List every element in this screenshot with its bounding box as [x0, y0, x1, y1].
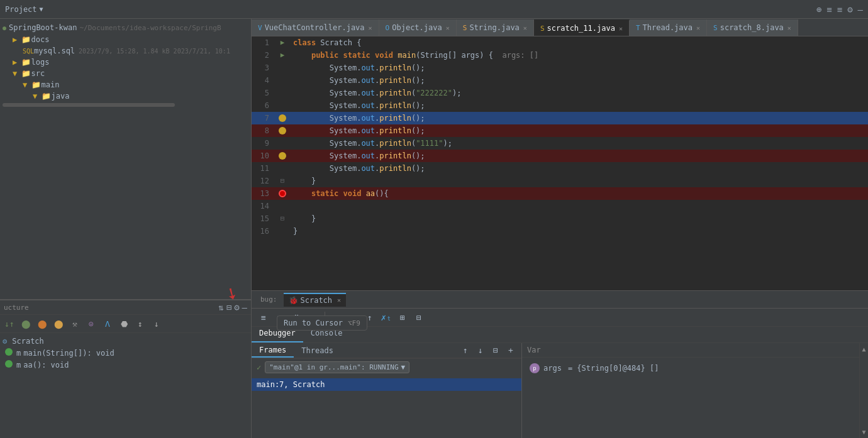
line-code-2: public static void main(String[] args) {…	[291, 49, 868, 62]
tab-vuechat[interactable]: V VueChatController.java ✕	[252, 19, 379, 36]
line-gutter-15[interactable]: ⊟	[274, 212, 291, 225]
code-line-3: 3 System.out.println();	[252, 62, 868, 74]
tooltip-popup: Run to Cursor ⌥F9	[277, 315, 367, 331]
tb-btn-10[interactable]: ↓	[150, 317, 164, 331]
settings-icon[interactable]: ⚙	[847, 4, 852, 14]
struct-class-scratch[interactable]: ⚙ Scratch	[0, 336, 251, 347]
line-gutter-1[interactable]: ▶	[274, 36, 291, 49]
folder5-icon: ▼ 📁	[33, 92, 51, 101]
layout-icon[interactable]: ≡	[826, 4, 832, 14]
line-gutter-5	[274, 87, 291, 99]
code-line-13: 13 static void aa(){	[252, 187, 868, 200]
frame-item-main7[interactable]: main:7, Scratch	[252, 378, 521, 391]
line-gutter-2[interactable]: ▶	[274, 49, 291, 62]
tb-btn-1[interactable]: ↓↑	[3, 317, 16, 331]
tab-close-scratch11[interactable]: ✕	[619, 25, 623, 32]
tab-scratch8[interactable]: S scratch_8.java ✕	[707, 19, 798, 36]
line-gutter-12[interactable]: ⊟	[274, 175, 291, 187]
minimize-icon[interactable]: –	[858, 4, 863, 14]
line-num-1: 1	[252, 36, 274, 49]
tab-thread[interactable]: T Thread.java ✕	[630, 19, 707, 36]
tb-btn-7[interactable]: Λ	[101, 317, 114, 331]
tree-item-mysql[interactable]: SQL mysql.sql 2023/7/9, 15:28, 1.84 kB 2…	[0, 45, 251, 57]
dbg-tab-threads[interactable]: Threads	[294, 344, 341, 357]
bottom-tab-scratch[interactable]: 🐞 Scratch ✕	[284, 293, 347, 307]
line-num-14: 14	[252, 200, 274, 212]
scroll-down-arrow[interactable]: ▼	[862, 429, 865, 435]
struct-method-main[interactable]: m main(String[]): void	[0, 347, 251, 359]
tree-item-label: logs	[31, 58, 49, 67]
tb-btn-8[interactable]: ⬣	[117, 317, 131, 331]
code-editor[interactable]: 1 ▶ class Scratch { 2 ▶ public static vo…	[252, 36, 868, 290]
debug-tab-close[interactable]: ✕	[337, 297, 341, 304]
tab-close-string[interactable]: ✕	[523, 25, 527, 31]
dbg-btn-rerun[interactable]: ≡	[257, 310, 270, 324]
tab-object[interactable]: O Object.java ✕	[379, 19, 457, 36]
filter-icon[interactable]: ⊟	[226, 302, 231, 312]
breakpoint-13[interactable]	[279, 190, 286, 197]
var-item-args[interactable]: p args = {String[0]@484} []	[527, 361, 854, 375]
line-gutter-14	[274, 200, 291, 212]
sidebar: ● SpringBoot-kwan ~/Documents/idea-works…	[0, 19, 252, 438]
add-icon[interactable]: ⊕	[816, 4, 821, 14]
code-line-10: 10 System.out.println();	[252, 150, 868, 162]
tree-item-logs[interactable]: ▶ 📁 logs	[0, 57, 251, 68]
tab-string[interactable]: S String.java ✕	[457, 19, 534, 36]
fold-icon-15[interactable]: ⊟	[281, 212, 285, 225]
fold-icon-12[interactable]: ⊟	[281, 175, 285, 187]
frame-tb-add[interactable]: +	[504, 344, 518, 358]
thread-dropdown[interactable]: "main"@1 in gr...main": RUNNING ▼	[265, 361, 409, 373]
project-label[interactable]: Project ▼	[0, 0, 48, 18]
dbg-tab-frames[interactable]: Frames	[252, 344, 294, 358]
tab-close-object[interactable]: ✕	[446, 25, 450, 31]
tb-btn-6[interactable]: ⊙	[84, 317, 98, 331]
line-gutter-13[interactable]	[274, 187, 291, 200]
code-line-11: 11 System.out.println();	[252, 162, 868, 175]
tab-scratch11[interactable]: S scratch_11.java ✕	[534, 19, 630, 36]
close2-icon[interactable]: —	[242, 302, 247, 312]
frame-tb-down[interactable]: ↓	[474, 344, 487, 358]
tree-item-docs[interactable]: ▶ 📁 docs	[0, 34, 251, 45]
dbg-btn-evaluate[interactable]: ⊞	[396, 310, 409, 324]
tb-btn-4[interactable]: ⬤	[52, 317, 65, 331]
tb-btn-9[interactable]: ↕	[133, 317, 147, 331]
breakpoint-8[interactable]	[279, 127, 286, 134]
breakpoint-10[interactable]	[279, 152, 286, 160]
tb-btn-3[interactable]: ⬤	[35, 317, 49, 331]
breakpoint-7[interactable]	[279, 114, 286, 122]
struct-method-aa[interactable]: m aa(): void	[0, 359, 251, 371]
code-line-5: 5 System.out.println("222222");	[252, 87, 868, 99]
project-dropdown-icon[interactable]: ▼	[40, 6, 43, 13]
line-code-12: }	[291, 175, 868, 187]
thread-dropdown-arrow: ▼	[401, 363, 406, 371]
dbg-btn-runtocursor[interactable]: ✗ₜ	[379, 310, 393, 324]
code-line-14: 14	[252, 200, 868, 212]
sort-icon[interactable]: ⇅	[218, 302, 223, 312]
line-gutter-8[interactable]	[274, 124, 291, 137]
tab-close-thread[interactable]: ✕	[696, 25, 700, 31]
project-root[interactable]: ● SpringBoot-kwan ~/Documents/idea-works…	[0, 21, 251, 34]
settings2-icon[interactable]: ⚙	[234, 302, 239, 312]
tb-btn-5[interactable]: ⚒	[68, 317, 82, 331]
frame-tb-up[interactable]: ↑	[459, 344, 472, 358]
line-code-16: }	[291, 225, 868, 238]
line-gutter-10[interactable]	[274, 150, 291, 162]
layout2-icon[interactable]: ≡	[837, 4, 842, 14]
tree-item-src[interactable]: ▼ 📁 src	[0, 68, 251, 79]
tab-close-vuechat[interactable]: ✕	[369, 25, 372, 31]
tree-item-label: mysql.sql	[34, 47, 75, 55]
frame-tb-filter[interactable]: ⊟	[489, 344, 503, 358]
line-code-6: System.out.println();	[291, 99, 868, 112]
tree-item-main[interactable]: ▼ 📁 main	[0, 79, 251, 90]
tree-item-java[interactable]: ▼ 📁 java	[0, 90, 251, 102]
tooltip-shortcut: ⌥F9	[348, 319, 360, 327]
scroll-up-arrow[interactable]: ▲	[862, 346, 865, 353]
tab-close-scratch8[interactable]: ✕	[787, 25, 791, 31]
run-arrow-2[interactable]: ▶	[281, 49, 285, 62]
tab-label-scratch8: scratch_8.java	[720, 23, 784, 32]
tb-btn-2[interactable]: ⬤	[19, 317, 33, 331]
line-gutter-7[interactable]	[274, 112, 291, 124]
run-arrow-1[interactable]: ▶	[281, 36, 285, 49]
dbg-btn-watch[interactable]: ⊟	[412, 310, 426, 324]
structure-title: ucture	[4, 304, 29, 312]
